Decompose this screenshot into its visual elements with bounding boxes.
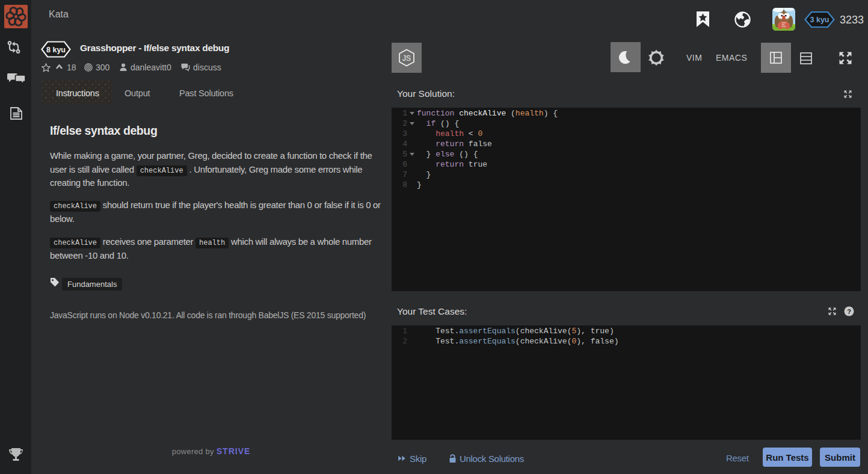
svg-text:8 kyu: 8 kyu (46, 46, 66, 54)
svg-text:3 kyu: 3 kyu (810, 16, 830, 24)
svg-text:?: ? (847, 308, 851, 315)
svg-text:JS: JS (402, 54, 411, 63)
